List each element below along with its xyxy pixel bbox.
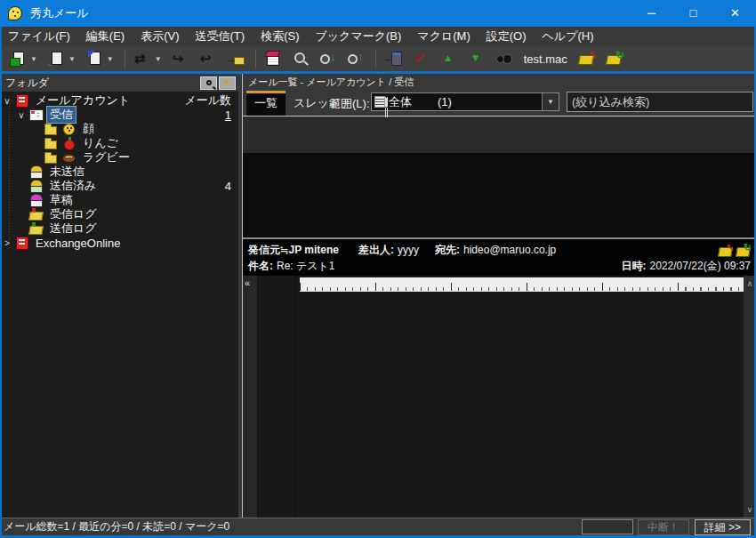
folder-item-exchange-online[interactable]: >ExchangeOnline xyxy=(0,236,238,250)
menu-item-5[interactable]: 検索(S) xyxy=(253,27,307,46)
scroll-up-arrow[interactable] xyxy=(744,277,756,290)
draft-icon xyxy=(28,194,44,206)
next-mail-icon xyxy=(467,51,485,67)
expand-chevron[interactable]: > xyxy=(0,238,14,248)
toolbar-separator xyxy=(255,50,256,68)
window-controls: ─ □ ✕ xyxy=(631,0,756,27)
menu-item-8[interactable]: 設定(O) xyxy=(479,27,535,46)
new-mail-button[interactable] xyxy=(7,48,39,69)
folder-item-folder-apple[interactable]: りんご xyxy=(0,136,238,150)
new-edit-dropdown-arrow[interactable] xyxy=(107,55,114,63)
rugby-icon xyxy=(61,151,77,164)
search-icon xyxy=(206,80,212,85)
menu-item-1[interactable]: ファイル(F) xyxy=(0,27,78,46)
find-all-button[interactable] xyxy=(493,48,514,69)
expand-chevron[interactable]: ∨ xyxy=(0,96,14,106)
folder-pane-header: フォルダ ★ xyxy=(0,74,238,92)
new-mail-dropdown-arrow[interactable] xyxy=(30,55,37,63)
folder-item-inbox[interactable]: ∨受信1 xyxy=(0,108,238,122)
send-receive-dropdown-arrow[interactable] xyxy=(155,55,162,63)
delete-button[interactable] xyxy=(382,48,404,69)
toolbar: test.mac xyxy=(0,46,756,71)
main-area: フォルダ ★ ∨メールアカウントメール数∨受信1顔りんごラグビー未送信送信済み4… xyxy=(0,74,756,518)
abort-button[interactable]: 中断！ xyxy=(638,519,689,535)
filter-search-input[interactable] xyxy=(567,92,753,112)
search-next-icon xyxy=(319,51,337,67)
menu-item-4[interactable]: 送受信(T) xyxy=(188,27,253,46)
menu-item-7[interactable]: マクロ(M) xyxy=(409,27,478,46)
folder-favorites-button[interactable]: ★ xyxy=(219,76,236,90)
date-label: 日時: xyxy=(622,259,647,274)
menu-item-9[interactable]: ヘルプ(H) xyxy=(535,27,602,46)
send-receive-button[interactable] xyxy=(132,48,164,69)
move-to-folder-button[interactable] xyxy=(225,48,246,69)
menu-item-6[interactable]: ブックマーク(B) xyxy=(307,27,409,46)
folder-label: 送信ログ xyxy=(47,221,100,237)
folder-item-folder-rugby[interactable]: ラグビー xyxy=(0,150,238,165)
folder-label: 受信 xyxy=(47,107,76,123)
folder-item-sent[interactable]: 送信済み4 xyxy=(0,179,238,193)
new-edit-button[interactable] xyxy=(84,48,116,69)
minimize-button[interactable]: ─ xyxy=(631,0,672,27)
open-folder-button[interactable] xyxy=(576,48,598,69)
search-button[interactable] xyxy=(290,48,311,69)
folder-item-folder-face[interactable]: 顔 xyxy=(0,122,238,136)
unsent-icon xyxy=(28,165,44,178)
app-window: 秀丸メール ─ □ ✕ ファイル(F)編集(E)表示(V)送受信(T)検索(S)… xyxy=(0,0,756,538)
reply-icon xyxy=(47,51,65,67)
delete-icon xyxy=(384,51,402,67)
send-log-icon xyxy=(28,222,44,235)
refresh-folder-button[interactable] xyxy=(604,48,625,69)
folder-item-mail-account[interactable]: ∨メールアカウントメール数 xyxy=(0,93,238,108)
folder-item-draft[interactable]: 草稿 xyxy=(0,193,238,207)
scroll-down-arrow[interactable] xyxy=(744,503,756,516)
window-title: 秀丸メール xyxy=(30,5,89,21)
deliver-button[interactable] xyxy=(170,48,191,69)
folder-open-icon[interactable] xyxy=(718,245,733,256)
folder-item-send-log[interactable]: 送信ログ xyxy=(0,221,238,236)
message-header-actions xyxy=(718,245,751,256)
range-value: 全体 xyxy=(389,94,412,110)
prev-mail-button[interactable] xyxy=(438,48,459,69)
folder-pane: フォルダ ★ ∨メールアカウントメール数∨受信1顔りんごラグビー未送信送信済み4… xyxy=(0,74,238,518)
expand-chevron[interactable]: ∨ xyxy=(14,110,28,120)
folder-rugby-icon xyxy=(43,151,59,164)
address-book-icon xyxy=(264,51,282,67)
folder-item-unsent[interactable]: 未送信 xyxy=(0,165,238,179)
collapse-header-button[interactable] xyxy=(245,277,250,288)
folder-item-receive-log[interactable]: 受信ログ xyxy=(0,207,238,221)
mail-list-empty-area[interactable] xyxy=(243,153,756,237)
address-book-button[interactable] xyxy=(262,48,284,69)
mark-check-button[interactable] xyxy=(410,48,431,69)
reply-arrow-button[interactable] xyxy=(197,48,219,69)
menu-item-2[interactable]: 編集(E) xyxy=(78,27,133,46)
body-scrollbar[interactable] xyxy=(744,276,756,518)
search-prev-button[interactable] xyxy=(345,48,366,69)
search-next-button[interactable] xyxy=(318,48,339,69)
reply-dropdown-arrow[interactable] xyxy=(68,55,76,63)
mail-list-controls: 一覧スレッド 範囲(L): 全体 (1) xyxy=(243,88,756,116)
subject-value: Re: テスト1 xyxy=(277,259,335,274)
title-bar: 秀丸メール ─ □ ✕ xyxy=(0,0,756,27)
tab-list[interactable]: 一覧 xyxy=(246,91,286,116)
folder-refresh-icon[interactable] xyxy=(736,245,751,256)
refresh-folder-icon xyxy=(606,51,623,67)
folder-label: ExchangeOnline xyxy=(33,237,123,250)
detail-button[interactable]: 詳細 >> xyxy=(695,519,751,535)
toolbar-separator xyxy=(125,50,125,68)
reply-button[interactable] xyxy=(45,48,77,69)
range-dropdown[interactable]: 全体 (1) xyxy=(371,92,559,111)
app-icon xyxy=(8,6,22,20)
next-mail-button[interactable] xyxy=(465,48,487,69)
folder-search-button[interactable] xyxy=(200,76,217,90)
folder-count: メール数 xyxy=(184,92,238,108)
folder-label: ラグビー xyxy=(80,149,133,165)
maximize-button[interactable]: □ xyxy=(672,0,714,27)
close-button[interactable]: ✕ xyxy=(714,0,756,27)
message-body-pane[interactable] xyxy=(243,276,756,518)
menu-item-3[interactable]: 表示(V) xyxy=(133,27,187,46)
deliver-icon xyxy=(172,51,189,67)
origin-label: 発信元≒JP mitene xyxy=(248,243,339,258)
folder-count: 1 xyxy=(225,108,238,122)
dropdown-arrow-button[interactable] xyxy=(542,93,559,110)
